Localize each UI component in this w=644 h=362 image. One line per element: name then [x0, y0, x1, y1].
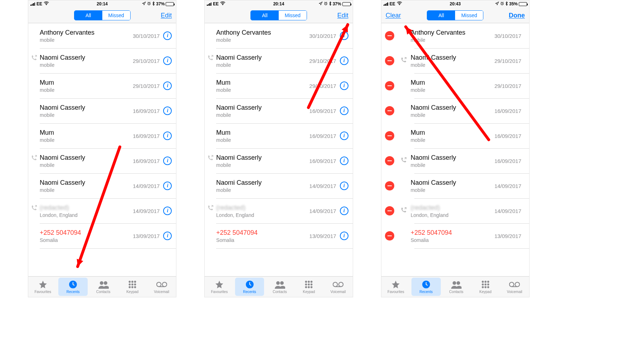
info-button[interactable] — [340, 157, 348, 165]
tab-voicemail[interactable]: Voicemail — [147, 277, 176, 297]
info-button[interactable] — [163, 31, 172, 40]
recents-list[interactable]: Anthony Cervantes mobile 30/10/2017 Naom… — [28, 23, 176, 276]
status-time: 20:43 — [431, 1, 479, 6]
delete-row-button[interactable] — [385, 206, 394, 215]
tab-voicemail[interactable]: Voicemail — [500, 277, 529, 297]
segment-missed[interactable]: Missed — [279, 11, 307, 20]
segmented-control[interactable]: All Missed — [74, 10, 131, 20]
tab-recents[interactable]: Recents — [411, 278, 440, 296]
tab-favourites[interactable]: Favourites — [28, 277, 57, 297]
tab-voicemail[interactable]: Voicemail — [323, 277, 352, 297]
tab-label: Favourites — [211, 290, 228, 294]
info-button[interactable] — [163, 207, 172, 215]
call-row[interactable]: Mum mobile 16/09/2017 — [381, 123, 529, 148]
call-row[interactable]: Naomi Casserly mobile 16/09/2017 — [381, 148, 529, 173]
segment-missed[interactable]: Missed — [102, 11, 130, 20]
delete-row-button[interactable] — [385, 231, 394, 240]
delete-row-button[interactable] — [385, 106, 394, 115]
segment-all[interactable]: All — [74, 11, 102, 20]
call-row[interactable]: Mum mobile 16/09/2017 — [205, 123, 352, 148]
edit-button[interactable]: Edit — [333, 8, 353, 23]
info-button[interactable] — [163, 132, 172, 140]
call-row[interactable]: Naomi Casserly mobile 29/10/2017 — [28, 48, 176, 73]
alarm-icon — [500, 1, 504, 6]
call-row[interactable]: Naomi Casserly mobile 14/09/2017 — [28, 173, 176, 198]
call-row[interactable]: Mum mobile 29/10/2017 — [205, 73, 352, 98]
svg-point-7 — [134, 281, 136, 283]
outgoing-call-icon — [31, 205, 38, 213]
delete-row-button[interactable] — [385, 56, 394, 65]
info-button[interactable] — [340, 207, 348, 215]
tab-recents[interactable]: Recents — [58, 278, 87, 296]
tab-contacts[interactable]: Contacts — [89, 277, 118, 297]
call-row[interactable]: Mum mobile 29/10/2017 — [28, 73, 176, 98]
call-row[interactable]: Naomi Casserly mobile 16/09/2017 — [28, 98, 176, 123]
call-name: Anthony Cervantes — [216, 29, 309, 36]
call-row[interactable]: Naomi Casserly mobile 29/10/2017 — [205, 48, 352, 73]
call-subtitle: mobile — [40, 187, 133, 193]
call-row[interactable]: Naomi Casserly mobile 14/09/2017 — [381, 173, 529, 198]
segment-missed[interactable]: Missed — [455, 11, 483, 20]
call-row[interactable]: (redacted) London, England 14/09/2017 — [28, 198, 176, 223]
info-button[interactable] — [163, 81, 172, 90]
tab-keypad[interactable]: Keypad — [118, 277, 147, 297]
call-row[interactable]: Naomi Casserly mobile 29/10/2017 — [381, 48, 529, 73]
delete-row-button[interactable] — [385, 81, 394, 90]
call-name: +252 5047094 — [216, 229, 309, 237]
call-row[interactable]: Naomi Casserly mobile 14/09/2017 — [205, 173, 352, 198]
recents-list[interactable]: Anthony Cervantes mobile 30/10/2017 Naom… — [381, 23, 529, 276]
call-row[interactable]: Naomi Casserly mobile 16/09/2017 — [205, 98, 352, 123]
call-row[interactable]: (redacted) London, England 14/09/2017 — [205, 198, 352, 223]
call-row[interactable]: Anthony Cervantes mobile 30/10/2017 — [205, 23, 352, 48]
call-row[interactable]: Anthony Cervantes mobile 30/10/2017 — [28, 23, 176, 48]
info-button[interactable] — [340, 106, 348, 115]
tab-recents[interactable]: Recents — [235, 278, 264, 296]
info-button[interactable] — [340, 182, 348, 190]
info-button[interactable] — [163, 56, 172, 65]
clear-button[interactable]: Clear — [381, 8, 405, 23]
info-button[interactable] — [340, 31, 348, 40]
segment-all[interactable]: All — [251, 11, 279, 20]
info-button[interactable] — [340, 232, 348, 240]
info-button[interactable] — [163, 182, 172, 190]
svg-point-47 — [484, 283, 487, 286]
info-button[interactable] — [163, 232, 172, 240]
call-row[interactable]: Mum mobile 29/10/2017 — [381, 73, 529, 98]
edit-button[interactable]: Edit — [156, 8, 176, 23]
call-row[interactable]: Mum mobile 16/09/2017 — [28, 123, 176, 148]
delete-row-button[interactable] — [385, 181, 394, 190]
call-name: Mum — [411, 129, 494, 137]
tab-favourites[interactable]: Favourites — [381, 277, 410, 297]
call-row[interactable]: +252 5047094 Somalia 13/09/2017 — [205, 223, 352, 248]
call-name: (redacted) — [40, 204, 133, 212]
segmented-control[interactable]: All Missed — [250, 10, 307, 20]
call-row[interactable]: Naomi Casserly mobile 16/09/2017 — [381, 98, 529, 123]
call-name: Anthony Cervantes — [40, 29, 133, 36]
info-button[interactable] — [163, 106, 172, 115]
delete-row-button[interactable] — [385, 156, 394, 165]
tab-keypad[interactable]: Keypad — [471, 277, 500, 297]
info-button[interactable] — [340, 132, 348, 140]
call-row[interactable]: +252 5047094 Somalia 13/09/2017 — [381, 223, 529, 248]
info-button[interactable] — [163, 157, 172, 165]
call-row[interactable]: Anthony Cervantes mobile 30/10/2017 — [381, 23, 529, 48]
info-button[interactable] — [340, 81, 348, 90]
call-date: 30/10/2017 — [309, 33, 336, 39]
call-name: Mum — [40, 129, 133, 137]
call-row[interactable]: Naomi Casserly mobile 16/09/2017 — [28, 148, 176, 173]
call-row[interactable]: (redacted) London, England 14/09/2017 — [381, 198, 529, 223]
segmented-control[interactable]: All Missed — [427, 10, 483, 20]
tab-favourites[interactable]: Favourites — [205, 277, 234, 297]
delete-row-button[interactable] — [385, 131, 394, 140]
svg-point-50 — [484, 286, 487, 288]
call-row[interactable]: +252 5047094 Somalia 13/09/2017 — [28, 223, 176, 248]
recents-list[interactable]: Anthony Cervantes mobile 30/10/2017 Naom… — [205, 23, 352, 276]
delete-row-button[interactable] — [385, 31, 394, 40]
tab-contacts[interactable]: Contacts — [265, 277, 294, 297]
segment-all[interactable]: All — [427, 11, 455, 20]
info-button[interactable] — [340, 56, 348, 65]
tab-keypad[interactable]: Keypad — [294, 277, 323, 297]
call-row[interactable]: Naomi Casserly mobile 16/09/2017 — [205, 148, 352, 173]
tab-contacts[interactable]: Contacts — [442, 277, 471, 297]
done-button[interactable]: Done — [504, 8, 529, 23]
